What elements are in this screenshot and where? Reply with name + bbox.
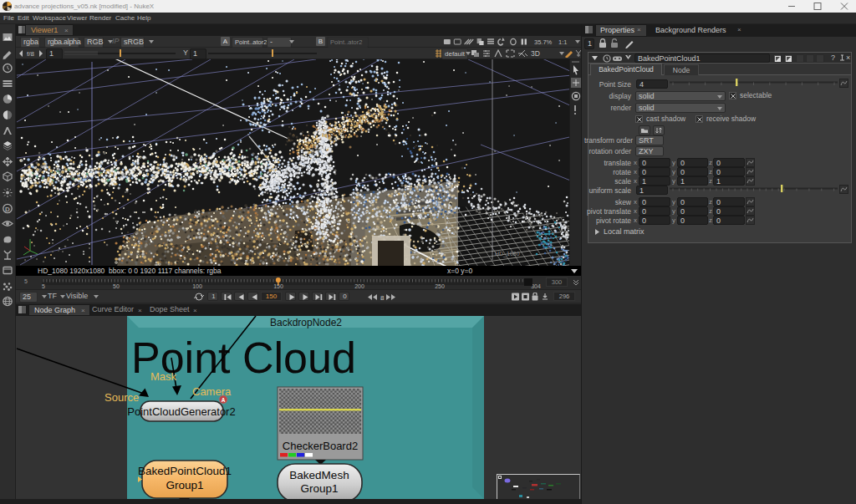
svg-text:CheckerBoard2: CheckerBoard2 xyxy=(283,440,358,452)
svg-text:HD_1080: HD_1080 xyxy=(495,251,520,257)
svg-text:5: 5 xyxy=(42,283,45,289)
svg-text:Group1: Group1 xyxy=(166,479,203,491)
svg-text:BakedMesh: BakedMesh xyxy=(289,469,349,481)
svg-text:100: 100 xyxy=(192,283,202,289)
svg-text:8: 8 xyxy=(380,294,385,301)
svg-text:Source: Source xyxy=(104,391,139,404)
svg-text:250: 250 xyxy=(435,283,445,289)
svg-text:Group1: Group1 xyxy=(300,482,338,495)
svg-text:200: 200 xyxy=(354,283,364,289)
svg-text:Mask: Mask xyxy=(150,370,177,383)
svg-text:3D: 3D xyxy=(531,49,540,58)
svg-text:BakedPointCloud1: BakedPointCloud1 xyxy=(138,465,232,477)
svg-text:A: A xyxy=(222,397,226,403)
svg-text:BackdropNode2: BackdropNode2 xyxy=(270,317,342,328)
svg-text:f/8: f/8 xyxy=(27,50,34,57)
svg-text:D: D xyxy=(5,206,10,213)
svg-text:PointCloudGenerator2: PointCloudGenerator2 xyxy=(127,405,235,418)
svg-text:50: 50 xyxy=(113,283,120,289)
